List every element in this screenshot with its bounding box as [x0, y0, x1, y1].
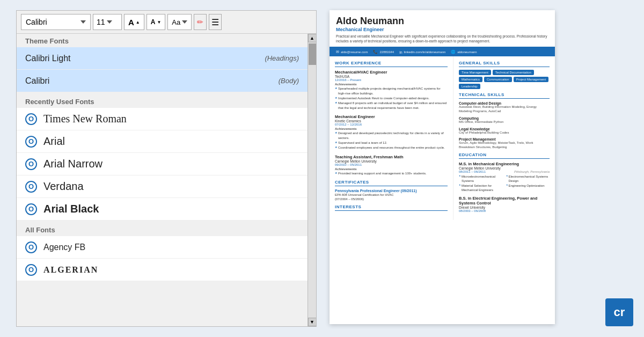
font-name-arial: Arial — [43, 135, 65, 148]
job-bullet-2-1: Designed and developed piezoelectric tec… — [335, 131, 448, 140]
highlight-color-button[interactable]: ✏ — [194, 14, 207, 30]
scroll-up-button[interactable]: ▲ — [308, 34, 317, 42]
grow-font-button[interactable]: A ▲ — [124, 14, 144, 30]
edu-block-bs: B.S. in Electrical Engineering, Power an… — [459, 196, 550, 213]
scroll-thumb[interactable] — [309, 43, 316, 65]
font-name-verdana: Verdana — [43, 180, 84, 193]
font-size-dropdown[interactable]: 11 — [93, 14, 122, 30]
font-icon-arial-narrow: O — [25, 158, 37, 170]
shrink-label: A — [151, 18, 156, 26]
website-icon: 🌐 — [451, 50, 456, 54]
resume-summary: Practical and versatile Mechanical Engin… — [336, 34, 548, 43]
font-item-agency-fb[interactable]: O Agency FB — [17, 236, 308, 259]
grow-arrow: ▲ — [136, 20, 140, 25]
shrink-font-button[interactable]: A ▼ — [147, 14, 166, 30]
job-bullet-1-2: Implemented Autodesk Revit to create Com… — [335, 96, 448, 100]
font-name-algerian: ALGERIAN — [43, 265, 98, 275]
edu-courses-right: Electromechanical Systems Design Enginee… — [506, 174, 550, 193]
font-name-calibri: Calibri — [25, 76, 49, 86]
certificates-section-title: CERTIFICATES — [335, 180, 448, 186]
font-item-algerian[interactable]: O ALGERIAN — [17, 259, 308, 281]
linkedin-value: linkedin.com/in/aldoneumann — [404, 50, 446, 54]
font-icon-arial-black: O — [25, 203, 37, 215]
font-picker-panel: Calibri 11 A ▲ A ▼ Aa ✏ ☰ — [16, 10, 317, 327]
technical-skills-section-title: TECHNICAL SKILLS — [459, 92, 550, 99]
all-fonts-label: All Fonts — [17, 223, 308, 236]
skill-tag-proj-mgmt: Project Management — [514, 77, 548, 82]
skill-tag-math: Mathematics — [459, 77, 482, 82]
list-icon: ☰ — [211, 17, 219, 27]
font-item-calibri[interactable]: Calibri (Body) — [17, 70, 308, 92]
font-item-arial[interactable]: O Arial — [17, 130, 308, 153]
tech-skill-cad: Computer-aided Design Autodesk Revit, Bu… — [459, 101, 550, 114]
tech-skill-pm-title: Project Management — [459, 137, 550, 141]
tech-skill-cad-title: Computer-aided Design — [459, 101, 550, 105]
phone-value: 22883344 — [379, 50, 394, 54]
cr-logo-text: cr — [614, 305, 625, 319]
contact-website: 🌐 aldoneumann — [451, 50, 477, 54]
scrollbar[interactable]: ▲ ▼ — [308, 34, 316, 326]
cert-name-1: Pennsylvania Professional Engineer (09/2… — [335, 189, 448, 193]
job-bullet-2-2: Supervised and lead a team of 12. — [335, 141, 448, 145]
font-icon-times: O — [25, 113, 37, 125]
font-name-value: Calibri — [26, 18, 78, 26]
format-label: Aa — [172, 18, 180, 26]
resume-panel: Aldo Neumann Mechanical Engineer Practic… — [330, 10, 555, 324]
cr-logo: cr — [605, 298, 633, 326]
edu-date-row-ms: 08/2011 – 06/2011 Pittsburgh, Pennsylvan… — [459, 170, 550, 173]
job-block-2: Mechanical Engineer Kinetic Ceramics 07/… — [335, 114, 448, 150]
edu-course-2: Material Selection for Mechanical Engine… — [459, 184, 503, 193]
size-dropdown-arrow — [107, 20, 112, 24]
job-dates-1: 12/2016 – Present — [335, 78, 448, 82]
cert-detail-1: EPA 608 Universal Certification for HVAC… — [335, 193, 448, 202]
font-icon-agency-fb: O — [25, 241, 37, 253]
font-item-arial-black[interactable]: O Arial Black — [17, 198, 308, 221]
font-item-arial-narrow[interactable]: O Arial Narrow — [17, 153, 308, 175]
font-item-verdana[interactable]: O Verdana — [17, 175, 308, 198]
font-dropdown-arrow — [80, 20, 86, 24]
job-achievements-label-3: Achievements — [335, 167, 448, 171]
font-item-times-new-roman[interactable]: O Times New Roman — [17, 108, 308, 130]
font-icon-algerian: O — [25, 264, 37, 276]
contact-phone: 📞 22883344 — [373, 50, 394, 54]
contact-linkedin: in linkedin.com/in/aldoneumann — [399, 50, 445, 54]
job-bullet-1-1: Spearheaded multiple projects designing … — [335, 86, 448, 96]
tech-skill-pm-detail: Scrum, Agile Methodology, MeisterTask, T… — [459, 141, 550, 150]
skill-tag-tech-doc: Technical Documentation — [493, 70, 534, 75]
scroll-down-button[interactable]: ▼ — [308, 318, 317, 326]
tech-skill-cad-detail: Autodesk Revit, Building Information Mod… — [459, 105, 550, 114]
contact-email: ✉ aldo@resume.com — [336, 50, 368, 54]
font-toolbar: Calibri 11 A ▲ A ▼ Aa ✏ ☰ — [17, 11, 316, 34]
edu-degree-bs: B.S. in Electrical Engineering, Power an… — [459, 196, 550, 206]
font-item-calibri-light[interactable]: Calibri Light (Headings) — [17, 47, 308, 70]
skill-tag-time-management: Time Management — [459, 70, 491, 75]
shrink-arrow: ▼ — [157, 20, 161, 25]
job-title-3: Teaching Assistant, Freshman Math — [335, 155, 448, 159]
job-company-1: TechUSA — [335, 75, 448, 78]
job-block-1: Mechanical/HVAC Engineer TechUSA 12/2016… — [335, 70, 448, 110]
tech-skill-computing: Computing MS Office, Intermediate Python — [459, 116, 550, 124]
edu-course-4: Engineering Optimization — [506, 184, 550, 188]
job-bullet-3-1: Provided learning support and management… — [335, 171, 448, 175]
general-skills-tags: Time Management Technical Documentation … — [459, 70, 550, 89]
job-block-3: Teaching Assistant, Freshman Math Carneg… — [335, 155, 448, 175]
format-button[interactable]: Aa — [167, 14, 192, 30]
tech-skill-legal-title: Legal Knowledge — [459, 127, 550, 131]
job-bullet-1-3: Managed 8 projects with an individual bu… — [335, 101, 448, 110]
font-list-container: Theme Fonts Calibri Light (Headings) Cal… — [17, 34, 316, 326]
resume-header: Aldo Neumann Mechanical Engineer Practic… — [330, 10, 555, 48]
font-name-dropdown[interactable]: Calibri — [21, 14, 91, 30]
job-achievements-label-2: Achievements — [335, 127, 448, 130]
tech-skill-pm: Project Management Scrum, Agile Methodol… — [459, 137, 550, 150]
edu-block-ms: M.S. in Mechanical Engineering Carnegie … — [459, 162, 550, 193]
edu-school-bs: Drexel University — [459, 206, 550, 209]
resume-title: Mechanical Engineer — [336, 27, 548, 32]
resume-body: WORK EXPERIENCE Mechanical/HVAC Engineer… — [330, 56, 555, 219]
resume-name: Aldo Neumann — [336, 16, 548, 27]
list-button[interactable]: ☰ — [209, 14, 222, 30]
job-achievements-label-1: Achievements — [335, 83, 448, 86]
skill-tag-comm: Communication — [484, 77, 512, 82]
skill-tag-leadership: Leadership — [459, 84, 480, 89]
font-name-arial-black: Arial Black — [43, 203, 99, 215]
font-icon-arial: O — [25, 136, 37, 148]
